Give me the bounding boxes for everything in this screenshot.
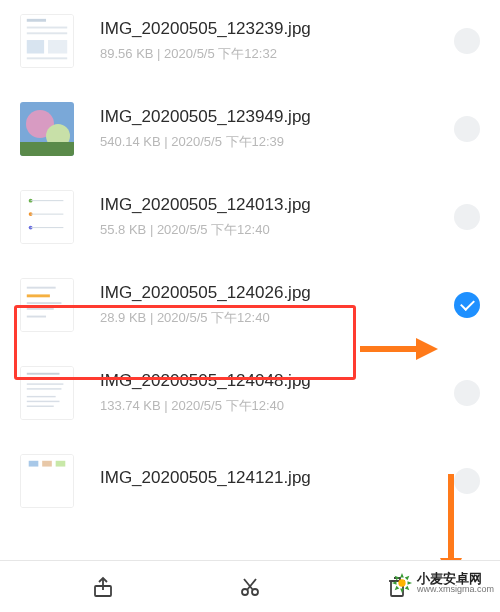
svg-rect-31: [27, 406, 54, 407]
share-button[interactable]: [90, 574, 116, 600]
file-row[interactable]: IMG_20200505_123949.jpg540.14 KB | 2020/…: [0, 92, 500, 180]
selection-circle[interactable]: [454, 380, 480, 406]
selection-circle[interactable]: [454, 28, 480, 54]
file-date: 2020/5/5 下午12:40: [171, 398, 284, 413]
file-name: IMG_20200505_124013.jpg: [100, 195, 444, 215]
svg-rect-4: [27, 40, 44, 53]
file-name: IMG_20200505_124026.jpg: [100, 283, 444, 303]
svg-rect-29: [27, 396, 56, 397]
file-meta: IMG_20200505_124121.jpg: [100, 468, 444, 494]
meta-separator: |: [146, 310, 157, 325]
selection-circle[interactable]: [454, 204, 480, 230]
file-subtext: 55.8 KB | 2020/5/5 下午12:40: [100, 221, 444, 239]
file-size: 89.56 KB: [100, 46, 154, 61]
svg-point-42: [252, 589, 258, 595]
svg-rect-24: [21, 367, 73, 419]
svg-rect-30: [27, 401, 60, 402]
svg-rect-5: [48, 40, 67, 53]
file-subtext: 89.56 KB | 2020/5/5 下午12:32: [100, 45, 444, 63]
svg-rect-27: [27, 383, 64, 384]
meta-separator: |: [161, 398, 172, 413]
file-name: IMG_20200505_123239.jpg: [100, 19, 444, 39]
svg-rect-35: [56, 461, 66, 467]
file-row[interactable]: IMG_20200505_124048.jpg133.74 KB | 2020/…: [0, 356, 500, 444]
file-size: 540.14 KB: [100, 134, 161, 149]
meta-separator: |: [161, 134, 172, 149]
file-row[interactable]: IMG_20200505_124013.jpg55.8 KB | 2020/5/…: [0, 180, 500, 268]
file-name: IMG_20200505_124048.jpg: [100, 371, 444, 391]
file-thumbnail: [20, 278, 74, 332]
svg-rect-19: [27, 287, 56, 289]
file-row[interactable]: IMG_20200505_124026.jpg28.9 KB | 2020/5/…: [0, 268, 500, 356]
file-thumbnail: [20, 454, 74, 508]
svg-rect-21: [27, 302, 62, 304]
selection-circle[interactable]: [454, 116, 480, 142]
file-name: IMG_20200505_123949.jpg: [100, 107, 444, 127]
svg-rect-26: [27, 379, 66, 380]
meta-separator: |: [146, 222, 157, 237]
svg-rect-3: [27, 32, 67, 34]
file-date: 2020/5/5 下午12:40: [157, 310, 270, 325]
selection-circle[interactable]: [454, 468, 480, 494]
file-size: 28.9 KB: [100, 310, 146, 325]
cut-button[interactable]: [237, 574, 263, 600]
svg-rect-25: [27, 373, 60, 375]
svg-point-44: [398, 579, 405, 586]
svg-rect-10: [20, 142, 74, 156]
file-date: 2020/5/5 下午12:39: [171, 134, 284, 149]
file-thumbnail: [20, 190, 74, 244]
watermark-url: www.xmsigma.com: [417, 585, 494, 594]
file-date: 2020/5/5 下午12:32: [164, 46, 277, 61]
file-meta: IMG_20200505_124048.jpg133.74 KB | 2020/…: [100, 371, 444, 415]
file-thumbnail: [20, 102, 74, 156]
watermark: 小麦安卓网 www.xmsigma.com: [391, 572, 494, 594]
svg-rect-1: [27, 19, 46, 22]
file-subtext: 28.9 KB | 2020/5/5 下午12:40: [100, 309, 444, 327]
file-thumbnail: [20, 14, 74, 68]
svg-rect-28: [27, 388, 62, 389]
file-size: 55.8 KB: [100, 222, 146, 237]
svg-rect-11: [21, 191, 73, 243]
file-size: 133.74 KB: [100, 398, 161, 413]
svg-rect-22: [27, 308, 54, 310]
file-row[interactable]: IMG_20200505_124121.jpg: [0, 444, 500, 532]
svg-rect-23: [27, 316, 46, 318]
selection-checked-icon[interactable]: [454, 292, 480, 318]
svg-rect-20: [27, 294, 50, 297]
svg-rect-6: [27, 57, 67, 59]
file-name: IMG_20200505_124121.jpg: [100, 468, 444, 488]
file-row[interactable]: IMG_20200505_123239.jpg89.56 KB | 2020/5…: [0, 4, 500, 92]
file-date: 2020/5/5 下午12:40: [157, 222, 270, 237]
svg-rect-2: [27, 27, 67, 29]
file-meta: IMG_20200505_123949.jpg540.14 KB | 2020/…: [100, 107, 444, 151]
file-meta: IMG_20200505_124026.jpg28.9 KB | 2020/5/…: [100, 283, 444, 327]
svg-point-41: [242, 589, 248, 595]
meta-separator: |: [154, 46, 165, 61]
file-thumbnail: [20, 366, 74, 420]
file-subtext: 133.74 KB | 2020/5/5 下午12:40: [100, 397, 444, 415]
file-meta: IMG_20200505_123239.jpg89.56 KB | 2020/5…: [100, 19, 444, 63]
file-list: IMG_20200505_123239.jpg89.56 KB | 2020/5…: [0, 0, 500, 532]
svg-rect-33: [29, 461, 39, 467]
file-meta: IMG_20200505_124013.jpg55.8 KB | 2020/5/…: [100, 195, 444, 239]
file-subtext: 540.14 KB | 2020/5/5 下午12:39: [100, 133, 444, 151]
svg-rect-34: [42, 461, 52, 467]
watermark-logo-icon: [391, 572, 413, 594]
